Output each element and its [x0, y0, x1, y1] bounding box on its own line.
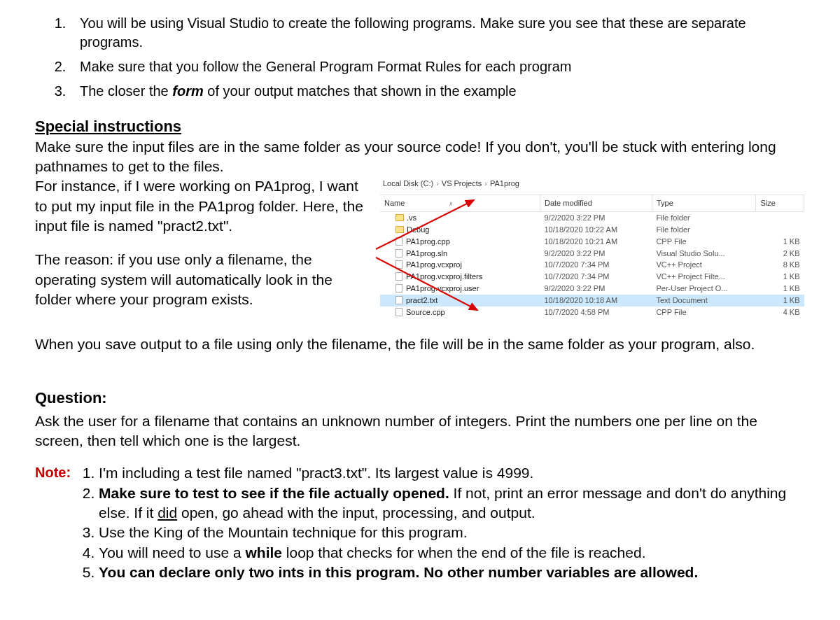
file-type: Visual Studio Solu...	[652, 248, 756, 260]
chevron-right-icon: ›	[482, 179, 490, 188]
file-name: PA1prog.sln	[380, 248, 540, 260]
breadcrumb-3[interactable]: PA1prog	[490, 179, 519, 188]
instruction-2: Make sure that you follow the General Pr…	[70, 57, 805, 76]
file-type: Text Document	[652, 295, 756, 307]
col-size[interactable]: Size	[756, 195, 804, 212]
special-p3: The reason: if you use only a filename, …	[35, 250, 371, 309]
instruction-3: The closer the form of your output match…	[70, 82, 805, 101]
sort-asc-icon: ∧	[407, 200, 454, 207]
file-type: Per-User Project O...	[652, 283, 756, 295]
file-size: 1 KB	[756, 236, 804, 248]
col-name[interactable]: Name ∧	[380, 195, 540, 212]
file-name: PA1prog.vcxproj.filters	[380, 271, 540, 283]
file-size: 1 KB	[756, 295, 804, 307]
file-date: 10/7/2020 4:58 PM	[540, 307, 652, 318]
file-date: 10/7/2020 7:34 PM	[540, 259, 652, 271]
file-date: 10/18/2020 10:21 AM	[540, 236, 652, 248]
chevron-right-icon: ›	[433, 179, 442, 188]
table-row[interactable]: PA1prog.cpp10/18/2020 10:21 AMCPP File1 …	[380, 236, 804, 248]
file-name: PA1prog.vcxproj.user	[380, 283, 540, 295]
file-type: CPP File	[652, 236, 756, 248]
instruction-1: You will be using Visual Studio to creat…	[70, 14, 805, 52]
file-table: Name ∧ Date modified Type Size .vs9/2/20…	[380, 195, 804, 318]
special-p2: For instance, if I were working on PA1pr…	[35, 176, 371, 236]
note-5: You can declare only two ints in this pr…	[99, 563, 805, 582]
instructions-list: You will be using Visual Studio to creat…	[35, 14, 805, 101]
file-size	[756, 224, 804, 236]
special-instructions-heading: Special instructions	[35, 116, 805, 137]
note-label: Note:	[35, 465, 71, 480]
special-p4: When you save output to a file using onl…	[35, 334, 805, 354]
table-row[interactable]: .vs9/2/2020 3:22 PMFile folder	[380, 212, 804, 224]
file-icon	[396, 249, 402, 258]
breadcrumb-2[interactable]: VS Projects	[442, 179, 482, 188]
file-type: VC++ Project Filte...	[652, 271, 756, 283]
instruction-3a: The closer the	[80, 83, 172, 99]
instruction-3b: form	[172, 83, 203, 99]
file-size: 8 KB	[756, 259, 804, 271]
note-1: I'm including a test file named "pract3.…	[99, 463, 805, 483]
special-p1: Make sure the input files are in the sam…	[35, 137, 805, 177]
note-3: Use the King of the Mountain technique f…	[99, 523, 805, 542]
file-table-header: Name ∧ Date modified Type Size	[380, 195, 804, 212]
question-heading: Question:	[35, 388, 805, 409]
file-name: pract2.txt	[380, 295, 540, 307]
file-size: 1 KB	[756, 271, 804, 283]
file-icon	[396, 296, 402, 304]
file-size: 4 KB	[756, 307, 804, 318]
file-date: 9/2/2020 3:22 PM	[540, 248, 652, 260]
table-row[interactable]: Source.cpp10/7/2020 4:58 PMCPP File4 KB	[380, 307, 804, 318]
file-icon	[396, 260, 402, 269]
instruction-1-text: You will be using Visual Studio to creat…	[80, 15, 746, 50]
file-icon	[396, 284, 402, 293]
note-4: You will need to use a while loop that c…	[99, 543, 805, 563]
instruction-2-text: Make sure that you follow the General Pr…	[80, 59, 572, 74]
file-name: Debug	[380, 224, 540, 236]
file-size: 1 KB	[756, 283, 804, 295]
file-type: File folder	[652, 212, 756, 224]
file-icon	[396, 308, 402, 316]
file-date: 9/2/2020 3:22 PM	[540, 283, 652, 295]
file-size	[756, 212, 804, 224]
file-explorer-window: Local Disk (C:)›VS Projects›PA1prog Name…	[379, 176, 805, 318]
breadcrumb-1[interactable]: Local Disk (C:)	[383, 179, 433, 188]
file-name: .vs	[380, 212, 540, 224]
file-date: 10/18/2020 10:22 AM	[540, 224, 652, 236]
file-name: PA1prog.cpp	[380, 236, 540, 248]
col-date[interactable]: Date modified	[540, 195, 652, 212]
table-row[interactable]: pract2.txt10/18/2020 10:18 AMText Docume…	[380, 295, 804, 307]
question-body: Ask the user for a filename that contain…	[35, 411, 805, 451]
file-icon	[396, 237, 402, 246]
file-type: VC++ Project	[652, 259, 756, 271]
table-row[interactable]: Debug10/18/2020 10:22 AMFile folder	[380, 224, 804, 236]
table-row[interactable]: PA1prog.vcxproj.user9/2/2020 3:22 PMPer-…	[380, 283, 804, 295]
folder-icon	[396, 214, 404, 221]
file-name: Source.cpp	[380, 307, 540, 318]
file-type: File folder	[652, 224, 756, 236]
note-list: I'm including a test file named "pract3.…	[71, 463, 805, 582]
file-name: PA1prog.vcxproj	[380, 259, 540, 271]
table-row[interactable]: PA1prog.sln9/2/2020 3:22 PMVisual Studio…	[380, 248, 804, 260]
file-date: 10/18/2020 10:18 AM	[540, 295, 652, 307]
folder-icon	[396, 226, 404, 233]
note-2: Make sure to test to see if the file act…	[99, 484, 805, 523]
file-size: 2 KB	[756, 248, 804, 260]
table-row[interactable]: PA1prog.vcxproj.filters10/7/2020 7:34 PM…	[380, 271, 804, 283]
file-date: 9/2/2020 3:22 PM	[540, 212, 652, 224]
file-date: 10/7/2020 7:34 PM	[540, 271, 652, 283]
instruction-3c: of your output matches that shown in the…	[204, 83, 517, 99]
table-row[interactable]: PA1prog.vcxproj10/7/2020 7:34 PMVC++ Pro…	[380, 259, 804, 271]
breadcrumb: Local Disk (C:)›VS Projects›PA1prog	[380, 177, 804, 195]
file-type: CPP File	[652, 307, 756, 318]
file-icon	[396, 272, 402, 281]
col-type[interactable]: Type	[652, 195, 756, 212]
